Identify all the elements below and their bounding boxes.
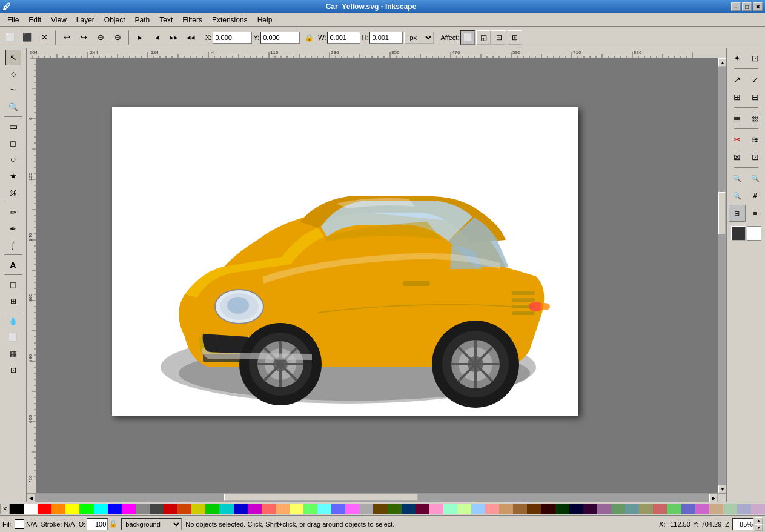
menu-layer[interactable]: Layer — [71, 15, 99, 25]
toolbar-zoom-in[interactable]: ⊕ — [93, 30, 108, 45]
color-swatch[interactable] — [276, 504, 290, 514]
color-swatch[interactable] — [317, 504, 331, 514]
rt-black[interactable] — [731, 226, 746, 241]
color-swatch[interactable] — [177, 504, 191, 514]
tool-pen[interactable]: ✒ — [5, 221, 21, 236]
rt-pattern[interactable]: ≋ — [747, 131, 764, 148]
menu-edit[interactable]: Edit — [24, 15, 46, 25]
rt-lower[interactable]: ↙ — [747, 71, 764, 88]
tool-selector[interactable]: ↖ — [5, 50, 21, 65]
color-swatch[interactable] — [737, 504, 751, 514]
color-swatch[interactable] — [583, 504, 597, 514]
color-swatch[interactable] — [38, 504, 51, 514]
toolbar-transform-3[interactable]: ▸▸ — [166, 30, 182, 45]
layer-select[interactable]: background — [121, 518, 182, 530]
zoom-up[interactable]: ▲ — [755, 517, 763, 524]
color-swatch[interactable] — [108, 504, 122, 514]
tool-ellipse[interactable]: ○ — [5, 151, 21, 167]
tool-calligraphy[interactable]: ∫ — [5, 237, 21, 253]
menu-text[interactable]: Text — [154, 15, 177, 25]
color-swatch[interactable] — [359, 504, 373, 514]
color-swatch[interactable] — [303, 504, 317, 514]
color-swatch[interactable] — [248, 504, 262, 514]
rt-copy-style[interactable]: ⊠ — [729, 148, 746, 165]
zoom-input[interactable] — [732, 518, 753, 530]
zoom-down[interactable]: ▼ — [755, 524, 763, 531]
tool-text[interactable]: A — [5, 257, 21, 273]
tool-node[interactable]: ◇ — [5, 66, 21, 82]
tool-bucket[interactable]: ▩ — [5, 346, 21, 362]
tool-pencil[interactable]: ✏ — [5, 204, 21, 220]
color-swatch[interactable] — [65, 504, 79, 514]
affect-btn-1[interactable]: ⬜ — [460, 30, 475, 45]
rt-stroke[interactable]: ▧ — [747, 110, 764, 127]
tool-gradient[interactable]: ◫ — [5, 277, 21, 293]
hscroll-right[interactable]: ▶ — [709, 494, 718, 502]
y-input[interactable] — [260, 32, 300, 44]
no-color-button[interactable]: ✕ — [0, 504, 10, 514]
color-swatch[interactable] — [639, 504, 653, 514]
rt-snap-grid[interactable]: ⊞ — [729, 205, 746, 222]
rt-fill[interactable]: ▤ — [729, 110, 746, 127]
color-swatch[interactable] — [290, 504, 303, 514]
rt-zoom-out[interactable]: 🔍 — [747, 170, 764, 187]
color-swatch[interactable] — [555, 504, 569, 514]
color-swatch[interactable] — [10, 504, 24, 514]
toolbar-redo[interactable]: ↪ — [76, 30, 91, 45]
toolbar-undo[interactable]: ↩ — [59, 30, 75, 45]
color-swatch[interactable] — [79, 504, 93, 514]
tool-tweak[interactable]: ~ — [5, 82, 21, 98]
maximize-button[interactable]: □ — [742, 2, 752, 11]
vscroll-up[interactable]: ▲ — [718, 58, 726, 67]
vscroll-down[interactable]: ▼ — [718, 485, 726, 493]
tool-dropper[interactable]: 💧 — [5, 313, 21, 329]
toolbar-transform-2[interactable]: ◂ — [149, 30, 165, 45]
color-swatch[interactable] — [262, 504, 276, 514]
color-swatch[interactable] — [527, 504, 541, 514]
color-swatch[interactable] — [416, 504, 429, 514]
w-input[interactable] — [327, 32, 360, 44]
color-swatch[interactable] — [122, 504, 136, 514]
affect-btn-2[interactable]: ◱ — [476, 30, 491, 45]
tool-connector[interactable]: ⊞ — [5, 293, 21, 309]
color-swatch[interactable] — [331, 504, 345, 514]
toolbar-transform-4[interactable]: ◂◂ — [183, 30, 199, 45]
color-swatch[interactable] — [429, 504, 443, 514]
toolbar-select-all[interactable]: ⬜ — [2, 30, 18, 45]
toolbar-select-invert[interactable]: ⬛ — [19, 30, 35, 45]
color-swatch[interactable] — [709, 504, 723, 514]
lock-proportions[interactable]: 🔒 — [301, 30, 317, 45]
rt-snap[interactable]: ✦ — [729, 50, 746, 67]
color-swatch[interactable] — [457, 504, 471, 514]
tool-spiral[interactable]: @ — [5, 184, 21, 200]
menu-view[interactable]: View — [46, 15, 71, 25]
unit-select[interactable]: pxmmcmin — [404, 32, 434, 44]
tool-spray[interactable]: ⊡ — [5, 362, 21, 378]
color-swatch[interactable] — [136, 504, 150, 514]
rt-paste-style[interactable]: ⊡ — [747, 148, 764, 165]
color-swatch[interactable] — [625, 504, 639, 514]
x-input[interactable] — [213, 32, 252, 44]
color-swatch[interactable] — [611, 504, 625, 514]
color-swatch[interactable] — [681, 504, 695, 514]
hscroll-thumb[interactable] — [224, 494, 418, 501]
color-swatch[interactable] — [234, 504, 248, 514]
color-swatch[interactable] — [513, 504, 527, 514]
color-swatch[interactable] — [695, 504, 709, 514]
tool-zoom[interactable]: 🔍 — [5, 99, 21, 115]
color-swatch[interactable] — [345, 504, 359, 514]
tool-3dbox[interactable]: ◻ — [5, 135, 21, 151]
tool-star[interactable]: ★ — [5, 168, 21, 184]
color-swatch[interactable] — [164, 504, 177, 514]
affect-btn-3[interactable]: ⊡ — [492, 30, 506, 45]
color-swatch[interactable] — [373, 504, 387, 514]
zoom-spinner[interactable]: ▲ ▼ — [755, 517, 763, 531]
rt-raise[interactable]: ↗ — [729, 71, 746, 88]
menu-file[interactable]: File — [2, 15, 24, 25]
hscroll-left[interactable]: ◀ — [27, 494, 35, 502]
toolbar-zoom-out[interactable]: ⊖ — [110, 30, 125, 45]
color-swatch[interactable] — [150, 504, 164, 514]
canvas-scroll-area[interactable] — [36, 58, 718, 493]
fill-swatch[interactable] — [15, 519, 24, 529]
menu-extensions[interactable]: Extensions — [207, 15, 253, 25]
